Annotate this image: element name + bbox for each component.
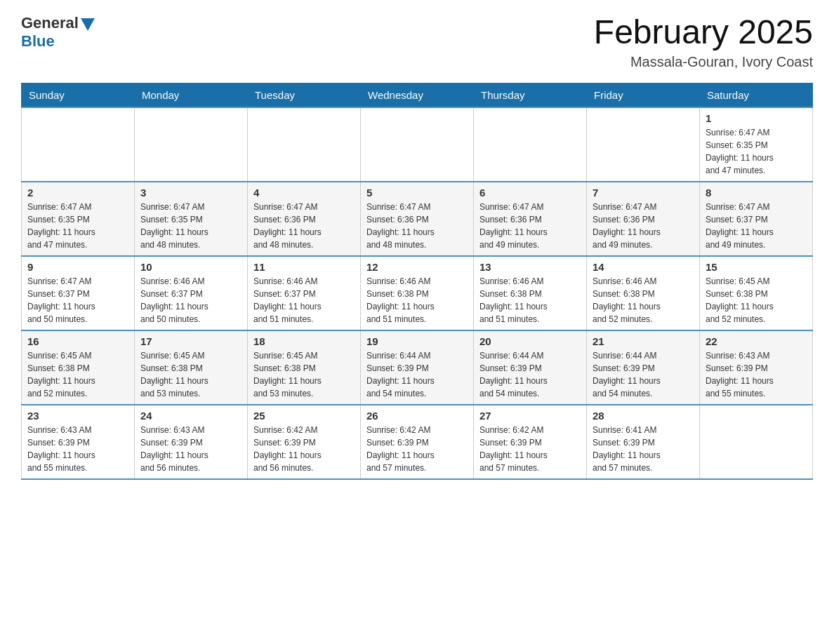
day-number: 4	[253, 187, 355, 199]
calendar-table: SundayMondayTuesdayWednesdayThursdayFrid…	[21, 83, 813, 480]
calendar-header: SundayMondayTuesdayWednesdayThursdayFrid…	[22, 83, 813, 107]
day-number: 16	[27, 335, 128, 347]
day-number: 9	[27, 261, 128, 273]
day-info: Sunrise: 6:46 AMSunset: 6:38 PMDaylight:…	[593, 275, 694, 326]
day-info: Sunrise: 6:47 AMSunset: 6:36 PMDaylight:…	[366, 201, 468, 251]
header-day-thursday: Thursday	[474, 83, 587, 107]
day-info: Sunrise: 6:47 AMSunset: 6:36 PMDaylight:…	[253, 201, 355, 251]
calendar-cell: 13Sunrise: 6:46 AMSunset: 6:38 PMDayligh…	[474, 256, 587, 330]
day-info: Sunrise: 6:43 AMSunset: 6:39 PMDaylight:…	[140, 424, 241, 474]
calendar-cell: 18Sunrise: 6:45 AMSunset: 6:38 PMDayligh…	[248, 330, 361, 405]
day-info: Sunrise: 6:44 AMSunset: 6:39 PMDaylight:…	[479, 349, 581, 400]
day-info: Sunrise: 6:45 AMSunset: 6:38 PMDaylight:…	[27, 349, 128, 400]
day-number: 28	[593, 410, 694, 422]
calendar-cell: 25Sunrise: 6:42 AMSunset: 6:39 PMDayligh…	[248, 405, 361, 479]
calendar-cell: 15Sunrise: 6:45 AMSunset: 6:38 PMDayligh…	[700, 256, 813, 330]
day-number: 19	[366, 335, 468, 347]
day-number: 20	[479, 335, 581, 347]
title-block: February 2025 Massala-Gouran, Ivory Coas…	[594, 14, 813, 70]
day-number: 6	[479, 187, 581, 199]
logo-blue-text: Blue	[21, 32, 55, 51]
day-info: Sunrise: 6:44 AMSunset: 6:39 PMDaylight:…	[593, 349, 694, 400]
calendar-cell: 9Sunrise: 6:47 AMSunset: 6:37 PMDaylight…	[22, 256, 135, 330]
day-number: 11	[253, 261, 355, 273]
calendar-cell: 11Sunrise: 6:46 AMSunset: 6:37 PMDayligh…	[248, 256, 361, 330]
day-info: Sunrise: 6:43 AMSunset: 6:39 PMDaylight:…	[706, 349, 807, 400]
day-info: Sunrise: 6:47 AMSunset: 6:35 PMDaylight:…	[706, 126, 807, 177]
calendar-cell: 4Sunrise: 6:47 AMSunset: 6:36 PMDaylight…	[248, 182, 361, 256]
calendar-cell: 2Sunrise: 6:47 AMSunset: 6:35 PMDaylight…	[22, 182, 135, 256]
calendar-cell: 27Sunrise: 6:42 AMSunset: 6:39 PMDayligh…	[474, 405, 587, 479]
day-number: 24	[140, 410, 241, 422]
calendar-body: 1Sunrise: 6:47 AMSunset: 6:35 PMDaylight…	[22, 107, 813, 479]
header-day-saturday: Saturday	[700, 83, 813, 107]
calendar-cell: 10Sunrise: 6:46 AMSunset: 6:37 PMDayligh…	[135, 256, 248, 330]
calendar-cell: 20Sunrise: 6:44 AMSunset: 6:39 PMDayligh…	[474, 330, 587, 405]
header-day-tuesday: Tuesday	[248, 83, 361, 107]
logo-general-text: General	[21, 14, 79, 32]
calendar-cell: 14Sunrise: 6:46 AMSunset: 6:38 PMDayligh…	[587, 256, 700, 330]
day-number: 15	[706, 261, 807, 273]
calendar-cell: 28Sunrise: 6:41 AMSunset: 6:39 PMDayligh…	[587, 405, 700, 479]
day-number: 2	[27, 187, 128, 199]
day-number: 8	[706, 187, 807, 199]
header-day-monday: Monday	[135, 83, 248, 107]
day-number: 18	[253, 335, 355, 347]
calendar-cell: 22Sunrise: 6:43 AMSunset: 6:39 PMDayligh…	[700, 330, 813, 405]
day-number: 22	[706, 335, 807, 347]
calendar-cell	[248, 107, 361, 182]
page-header: General Blue February 2025 Massala-Goura…	[21, 14, 813, 70]
calendar-cell: 19Sunrise: 6:44 AMSunset: 6:39 PMDayligh…	[361, 330, 474, 405]
week-row-2: 2Sunrise: 6:47 AMSunset: 6:35 PMDaylight…	[22, 182, 813, 256]
day-number: 10	[140, 261, 241, 273]
day-info: Sunrise: 6:43 AMSunset: 6:39 PMDaylight:…	[27, 424, 128, 474]
day-info: Sunrise: 6:46 AMSunset: 6:37 PMDaylight:…	[253, 275, 355, 326]
day-info: Sunrise: 6:42 AMSunset: 6:39 PMDaylight:…	[366, 424, 468, 474]
day-info: Sunrise: 6:47 AMSunset: 6:36 PMDaylight:…	[593, 201, 694, 251]
day-number: 13	[479, 261, 581, 273]
day-info: Sunrise: 6:42 AMSunset: 6:39 PMDaylight:…	[253, 424, 355, 474]
calendar-cell	[361, 107, 474, 182]
month-title: February 2025	[594, 14, 813, 51]
calendar-cell: 8Sunrise: 6:47 AMSunset: 6:37 PMDaylight…	[700, 182, 813, 256]
header-day-sunday: Sunday	[22, 83, 135, 107]
day-number: 26	[366, 410, 468, 422]
day-number: 12	[366, 261, 468, 273]
calendar-cell: 24Sunrise: 6:43 AMSunset: 6:39 PMDayligh…	[135, 405, 248, 479]
header-day-friday: Friday	[587, 83, 700, 107]
day-info: Sunrise: 6:45 AMSunset: 6:38 PMDaylight:…	[253, 349, 355, 400]
week-row-5: 23Sunrise: 6:43 AMSunset: 6:39 PMDayligh…	[22, 405, 813, 479]
calendar-cell: 16Sunrise: 6:45 AMSunset: 6:38 PMDayligh…	[22, 330, 135, 405]
calendar-cell: 5Sunrise: 6:47 AMSunset: 6:36 PMDaylight…	[361, 182, 474, 256]
location-title: Massala-Gouran, Ivory Coast	[594, 54, 813, 70]
day-number: 7	[593, 187, 694, 199]
day-info: Sunrise: 6:45 AMSunset: 6:38 PMDaylight:…	[706, 275, 807, 326]
header-row: SundayMondayTuesdayWednesdayThursdayFrid…	[22, 83, 813, 107]
week-row-1: 1Sunrise: 6:47 AMSunset: 6:35 PMDaylight…	[22, 107, 813, 182]
calendar-cell: 12Sunrise: 6:46 AMSunset: 6:38 PMDayligh…	[361, 256, 474, 330]
header-day-wednesday: Wednesday	[361, 83, 474, 107]
day-info: Sunrise: 6:46 AMSunset: 6:38 PMDaylight:…	[479, 275, 581, 326]
day-number: 23	[27, 410, 128, 422]
day-info: Sunrise: 6:47 AMSunset: 6:35 PMDaylight:…	[140, 201, 241, 251]
calendar-cell: 17Sunrise: 6:45 AMSunset: 6:38 PMDayligh…	[135, 330, 248, 405]
calendar-cell: 26Sunrise: 6:42 AMSunset: 6:39 PMDayligh…	[361, 405, 474, 479]
week-row-3: 9Sunrise: 6:47 AMSunset: 6:37 PMDaylight…	[22, 256, 813, 330]
calendar-cell	[700, 405, 813, 479]
day-info: Sunrise: 6:41 AMSunset: 6:39 PMDaylight:…	[593, 424, 694, 474]
calendar-cell	[474, 107, 587, 182]
day-number: 17	[140, 335, 241, 347]
day-info: Sunrise: 6:47 AMSunset: 6:36 PMDaylight:…	[479, 201, 581, 251]
day-info: Sunrise: 6:42 AMSunset: 6:39 PMDaylight:…	[479, 424, 581, 474]
calendar-cell	[22, 107, 135, 182]
calendar-cell: 7Sunrise: 6:47 AMSunset: 6:36 PMDaylight…	[587, 182, 700, 256]
logo-triangle-icon	[81, 18, 95, 31]
calendar-cell: 23Sunrise: 6:43 AMSunset: 6:39 PMDayligh…	[22, 405, 135, 479]
calendar-cell	[587, 107, 700, 182]
day-info: Sunrise: 6:46 AMSunset: 6:38 PMDaylight:…	[366, 275, 468, 326]
day-number: 21	[593, 335, 694, 347]
logo: General Blue	[21, 14, 95, 51]
day-number: 14	[593, 261, 694, 273]
day-info: Sunrise: 6:44 AMSunset: 6:39 PMDaylight:…	[366, 349, 468, 400]
calendar-cell: 6Sunrise: 6:47 AMSunset: 6:36 PMDaylight…	[474, 182, 587, 256]
